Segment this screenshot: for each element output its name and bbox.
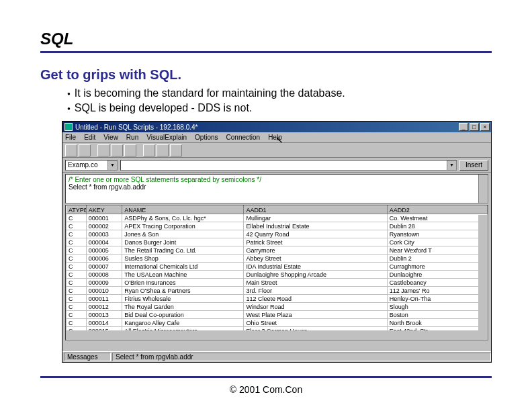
examples-label: Examp.co xyxy=(68,161,97,169)
menu-run[interactable]: Run xyxy=(126,134,138,141)
minimize-button[interactable]: _ xyxy=(459,123,468,131)
toolbar xyxy=(62,143,491,158)
table-cell: 000010 xyxy=(86,287,122,295)
table-row[interactable]: C000014Kangaroo Alley CafeOhio StreetNor… xyxy=(66,319,488,327)
table-row[interactable]: C000012The Royal GardenWindsor RoadSloug… xyxy=(66,303,488,311)
table-cell: C xyxy=(66,279,87,287)
table-row[interactable]: C000010Ryan O'Shea & Partners3rd. Floor1… xyxy=(66,287,488,295)
toolbar-runall-icon[interactable] xyxy=(111,144,123,156)
footer-copyright: © 2001 Com.Con xyxy=(0,384,532,395)
column-header[interactable]: AADD2 xyxy=(387,206,487,214)
table-cell: West Plate Plaza xyxy=(244,311,387,319)
divider-bottom xyxy=(40,376,492,378)
toolbar-redo-icon[interactable] xyxy=(170,144,182,156)
menu-connection[interactable]: Connection xyxy=(226,134,261,141)
table-row[interactable]: C000009O'Brien InsurancesMain StreetCast… xyxy=(66,279,488,287)
table-row[interactable]: C000004Danos Burger JointPatrick StreetC… xyxy=(66,238,488,246)
table-cell: Dublin 2 xyxy=(387,255,487,263)
statusbar: Messages Select * from rpgvlab.addr xyxy=(62,351,491,362)
table-cell: North Brook xyxy=(387,319,487,327)
table-row[interactable]: C000001ASDPhy & Sons, Co. Llc. hgc*Mulli… xyxy=(66,214,488,222)
table-cell: C xyxy=(66,230,87,238)
table-cell: 000006 xyxy=(86,255,122,263)
table-cell: Ohio Street xyxy=(244,319,387,327)
menu-edit[interactable]: Edit xyxy=(84,134,95,141)
sql-window: Untitled - Run SQL Scripts - 192.168.0.4… xyxy=(62,121,492,363)
slide-title: SQL xyxy=(40,30,73,48)
table-cell: Boston xyxy=(387,311,487,319)
toolbar-explain-icon[interactable] xyxy=(143,144,155,156)
editor-statement: Select * from rpgv.ab.addr xyxy=(69,183,485,191)
table-cell: ASDPhy & Sons, Co. Llc. hgc* xyxy=(122,214,244,222)
table-cell: Fitrius Wholesale xyxy=(122,295,244,303)
table-cell: APEX Tracing Corporation xyxy=(122,222,244,230)
table-cell: 000009 xyxy=(86,279,122,287)
scrollbar-horizontal[interactable] xyxy=(66,330,488,340)
table-row[interactable]: C000007International Chemicals LtdIDA In… xyxy=(66,263,488,271)
table-cell: Bid Deal Co-opuration xyxy=(122,311,244,319)
table-cell: Main Street xyxy=(244,279,387,287)
table-row[interactable]: C000003Jones & Son42 Quarry RoadRyanstow… xyxy=(66,230,488,238)
table-row[interactable]: C000008The USALean MachineDunlaoighre Sh… xyxy=(66,271,488,279)
examples-select[interactable]: ▼ xyxy=(120,160,457,171)
table-row[interactable]: C000005The Retail Trading Co. Ltd.Garrym… xyxy=(66,246,488,255)
table-cell: IDA Industrial Estate xyxy=(244,263,387,271)
sql-editor[interactable]: /* Enter one or more SQL statements sepa… xyxy=(65,174,488,203)
table-row[interactable]: C000006Susles ShopAbbey StreetDublin 2 xyxy=(66,255,488,263)
toolbar-save-icon[interactable] xyxy=(79,144,91,156)
examples-label-combo[interactable]: Examp.co ▼ xyxy=(65,160,118,171)
table-cell: C xyxy=(66,214,87,222)
table-cell: C xyxy=(66,287,87,295)
table-cell: C xyxy=(66,303,87,311)
table-cell: 000002 xyxy=(86,222,122,230)
menu-view[interactable]: View xyxy=(103,134,118,141)
results-grid: ATYPEAKEYANAMEAADD1AADD2 C000001ASDPhy &… xyxy=(65,205,488,340)
table-cell: Windsor Road xyxy=(244,303,387,311)
table-cell: 000008 xyxy=(86,271,122,279)
menubar: File Edit View Run VisualExplain Options… xyxy=(62,132,491,143)
scrollbar-vertical[interactable] xyxy=(478,215,488,330)
table-row[interactable]: C000002APEX Tracing CorporationEllabel I… xyxy=(66,222,488,230)
insert-button[interactable]: Insert xyxy=(459,160,488,171)
table-cell: The USALean Machine xyxy=(122,271,244,279)
table-row[interactable]: C000011Fitrius Wholesale112 Cleete RoadH… xyxy=(66,295,488,303)
table-cell: 000011 xyxy=(86,295,122,303)
table-cell: The Retail Trading Co. Ltd. xyxy=(122,246,244,255)
table-cell: C xyxy=(66,222,87,230)
chevron-down-icon[interactable]: ▼ xyxy=(107,161,117,170)
toolbar-stop-icon[interactable] xyxy=(124,144,136,156)
editor-comment: /* Enter one or more SQL statements sepa… xyxy=(69,176,485,183)
table-cell: Cork City xyxy=(387,238,487,246)
table-cell: C xyxy=(66,255,87,263)
menu-help[interactable]: Help xyxy=(268,134,282,141)
status-pane-messages: Messages xyxy=(64,353,111,361)
table-cell: 000004 xyxy=(86,238,122,246)
table-cell: C xyxy=(66,271,87,279)
table-cell: Jones & Son xyxy=(122,230,244,238)
menu-file[interactable]: File xyxy=(65,134,76,141)
toolbar-open-icon[interactable] xyxy=(65,144,77,156)
column-header[interactable]: ATYPE xyxy=(66,206,87,214)
bullet-item: SQL is being developed - DDS is not. xyxy=(67,102,345,114)
table-cell: Patrick Street xyxy=(244,238,387,246)
chevron-down-icon[interactable]: ▼ xyxy=(447,161,456,170)
bullet-list: It is becoming the standard for maintain… xyxy=(67,87,345,117)
column-header[interactable]: AADD1 xyxy=(244,206,387,214)
table-cell: 112 James' Ro xyxy=(387,287,487,295)
table-row[interactable]: C000013Bid Deal Co-opurationWest Plate P… xyxy=(66,311,488,319)
scrollbar-vertical[interactable] xyxy=(478,175,488,203)
menu-options[interactable]: Options xyxy=(195,134,218,141)
table-cell: 42 Quarry Road xyxy=(244,230,387,238)
column-header[interactable]: AKEY xyxy=(86,206,122,214)
column-header[interactable]: ANAME xyxy=(122,206,244,214)
table-cell: 000001 xyxy=(86,214,122,222)
toolbar-run-icon[interactable] xyxy=(97,144,109,156)
table-cell: 112 Cleete Road xyxy=(244,295,387,303)
toolbar-undo-icon[interactable] xyxy=(157,144,169,156)
app-icon xyxy=(64,123,73,131)
window-title: Untitled - Run SQL Scripts - 192.168.0.4… xyxy=(75,124,459,131)
close-button[interactable]: × xyxy=(480,123,490,131)
maximize-button[interactable]: □ xyxy=(470,123,479,131)
menu-visualexplain[interactable]: VisualExplain xyxy=(146,134,187,141)
divider-top xyxy=(40,51,492,53)
